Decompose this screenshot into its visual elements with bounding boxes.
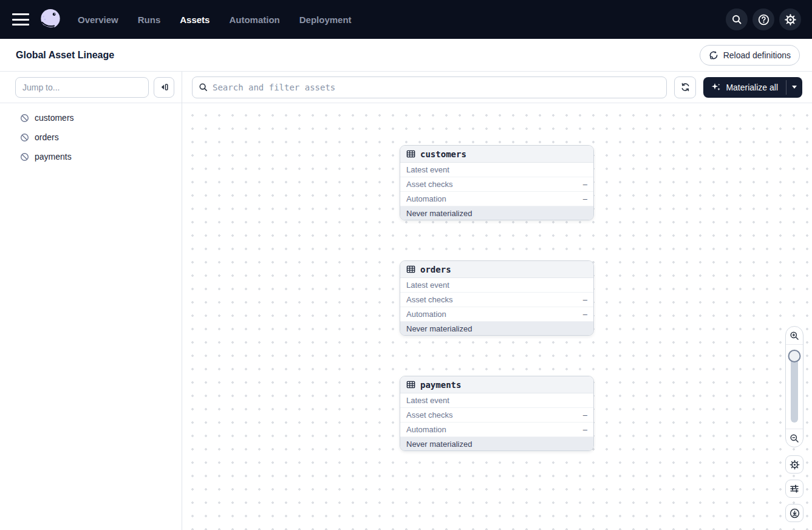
settings-gear-icon[interactable] bbox=[779, 8, 801, 30]
sidebar-item-orders[interactable]: orders bbox=[0, 127, 182, 147]
asset-node-title: customers bbox=[420, 149, 466, 159]
chevron-down-icon bbox=[792, 86, 797, 89]
asset-sidebar: customers orders payments bbox=[0, 72, 182, 530]
collapse-sidebar-button[interactable] bbox=[154, 77, 174, 98]
download-image-button[interactable] bbox=[785, 504, 803, 522]
gear-icon bbox=[790, 460, 800, 470]
jump-to-input[interactable] bbox=[15, 77, 149, 98]
reload-definitions-button[interactable]: Reload definitions bbox=[700, 45, 800, 66]
never-materialized-icon bbox=[20, 133, 29, 142]
lineage-toolbar: Materialize all bbox=[182, 72, 812, 103]
hamburger-menu-icon[interactable] bbox=[12, 13, 29, 25]
graph-settings-button[interactable] bbox=[785, 455, 803, 474]
dagster-logo-icon[interactable] bbox=[39, 8, 62, 31]
row-value: – bbox=[583, 180, 587, 189]
nav-item-automation[interactable]: Automation bbox=[229, 15, 279, 25]
table-icon bbox=[406, 380, 415, 389]
page-header: Global Asset Lineage Reload definitions bbox=[0, 39, 812, 72]
row-label: Automation bbox=[406, 310, 446, 319]
refresh-icon bbox=[680, 82, 691, 92]
graph-filters-button[interactable] bbox=[785, 480, 803, 498]
asset-checks-row: Asset checks – bbox=[400, 293, 593, 307]
table-icon bbox=[406, 265, 415, 274]
asset-search-input[interactable] bbox=[213, 83, 660, 92]
download-circle-icon bbox=[790, 508, 800, 518]
automation-row: Automation – bbox=[400, 307, 593, 322]
row-label: Latest event bbox=[406, 165, 449, 174]
asset-checks-row: Asset checks – bbox=[400, 408, 593, 423]
row-value: – bbox=[583, 310, 587, 319]
nav-right-icons bbox=[726, 8, 801, 30]
latest-event-row: Latest event bbox=[400, 163, 593, 177]
nav-item-runs[interactable]: Runs bbox=[138, 15, 161, 25]
automation-row: Automation – bbox=[400, 192, 593, 206]
sliders-icon bbox=[790, 484, 799, 494]
zoom-slider-area bbox=[786, 345, 803, 429]
zoom-in-button[interactable] bbox=[786, 327, 803, 345]
lineage-canvas[interactable]: customers Latest event Asset checks – Au… bbox=[182, 103, 812, 530]
sparkle-icon bbox=[711, 83, 721, 92]
top-nav: Overview Runs Assets Automation Deployme… bbox=[0, 0, 812, 39]
asset-label: payments bbox=[35, 152, 72, 161]
panel-collapse-icon bbox=[159, 82, 169, 92]
nav-item-assets[interactable]: Assets bbox=[180, 15, 210, 25]
asset-node-payments[interactable]: payments Latest event Asset checks – Aut… bbox=[400, 376, 594, 451]
nav-item-overview[interactable]: Overview bbox=[78, 15, 118, 25]
zoom-out-button[interactable] bbox=[786, 429, 803, 447]
automation-row: Automation – bbox=[400, 423, 593, 437]
row-value: – bbox=[583, 295, 587, 304]
row-label: Asset checks bbox=[406, 180, 453, 189]
asset-node-customers[interactable]: customers Latest event Asset checks – Au… bbox=[400, 145, 594, 220]
row-label: Automation bbox=[406, 425, 446, 434]
never-materialized-icon bbox=[20, 114, 29, 123]
sidebar-item-customers[interactable]: customers bbox=[0, 108, 182, 127]
help-icon[interactable] bbox=[752, 8, 774, 30]
latest-event-row: Latest event bbox=[400, 393, 593, 408]
row-label: Latest event bbox=[406, 396, 449, 405]
zoom-out-icon bbox=[790, 433, 799, 443]
row-label: Automation bbox=[406, 194, 446, 203]
asset-checks-row: Asset checks – bbox=[400, 177, 593, 192]
asset-node-title: payments bbox=[420, 380, 461, 390]
materialize-all-group: Materialize all bbox=[703, 77, 802, 98]
row-label: Asset checks bbox=[406, 295, 453, 304]
row-label: Latest event bbox=[406, 280, 449, 290]
sidebar-item-payments[interactable]: payments bbox=[0, 147, 182, 166]
zoom-in-icon bbox=[790, 331, 799, 341]
nav-links: Overview Runs Assets Automation Deployme… bbox=[78, 15, 352, 25]
asset-node-header[interactable]: customers bbox=[400, 146, 593, 163]
asset-node-header[interactable]: orders bbox=[400, 261, 593, 278]
row-label: Asset checks bbox=[406, 410, 453, 420]
content: customers orders payments bbox=[0, 72, 812, 530]
search-icon[interactable] bbox=[726, 8, 748, 30]
asset-node-title: orders bbox=[420, 265, 451, 274]
materialization-status: Never materialized bbox=[400, 322, 593, 335]
materialize-all-button[interactable]: Materialize all bbox=[703, 77, 786, 98]
page-title: Global Asset Lineage bbox=[16, 50, 114, 61]
nav-item-deployment[interactable]: Deployment bbox=[299, 15, 352, 25]
row-value: – bbox=[583, 410, 587, 420]
asset-label: customers bbox=[35, 113, 74, 123]
materialization-status: Never materialized bbox=[400, 437, 593, 450]
asset-node-orders[interactable]: orders Latest event Asset checks – Autom… bbox=[400, 260, 594, 336]
zoom-control bbox=[785, 326, 803, 447]
asset-node-header[interactable]: payments bbox=[400, 376, 593, 393]
row-value: – bbox=[583, 194, 587, 203]
asset-list: customers orders payments bbox=[0, 103, 182, 166]
table-icon bbox=[406, 149, 415, 158]
search-icon bbox=[199, 83, 208, 92]
asset-search-box[interactable] bbox=[192, 76, 667, 98]
materialize-dropdown-button[interactable] bbox=[786, 77, 802, 98]
asset-label: orders bbox=[35, 132, 59, 142]
reload-definitions-label: Reload definitions bbox=[723, 50, 791, 60]
reload-icon bbox=[709, 50, 718, 60]
latest-event-row: Latest event bbox=[400, 278, 593, 293]
row-value: – bbox=[583, 425, 587, 434]
zoom-slider-knob[interactable] bbox=[788, 350, 801, 362]
never-materialized-icon bbox=[20, 152, 29, 161]
sidebar-top-bar bbox=[0, 72, 182, 103]
refresh-button[interactable] bbox=[674, 76, 696, 98]
materialization-status: Never materialized bbox=[400, 206, 593, 220]
materialize-all-label: Materialize all bbox=[726, 83, 778, 92]
main-panel: Materialize all customers Latest bbox=[182, 72, 812, 530]
